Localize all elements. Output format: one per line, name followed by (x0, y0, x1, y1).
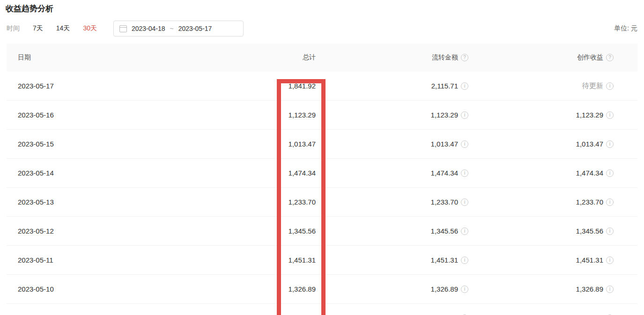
creation-value: 1,123.29 (576, 111, 603, 119)
table-row: 2023-05-15 1,013.47 1,013.47 i 1,013.47 … (7, 130, 637, 159)
table-row: 2023-05-14 1,474.34 1,474.34 i 1,474.34 … (7, 159, 637, 188)
cell-creation-income: 1,451.31 i (468, 256, 614, 264)
revenue-trend-panel: 收益趋势分析 时间 7天 14天 30天 2023-04-18 ~ 2023-0… (0, 4, 644, 315)
info-icon[interactable]: i (606, 198, 614, 206)
table-header-row: 日期 总计 流转金额 ? 创作收益 ? (7, 44, 637, 72)
help-icon[interactable]: ? (606, 54, 614, 61)
cell-date: 2023-05-13 (7, 198, 180, 206)
cell-date: 2023-05-17 (7, 82, 180, 90)
table-row: 2023-05-13 1,233.70 1,233.70 i 1,233.70 … (7, 188, 637, 217)
info-icon[interactable]: i (461, 169, 468, 177)
table-row: 2023-05-12 1,345.56 1,345.56 i 1,345.56 … (7, 217, 637, 246)
info-icon[interactable]: i (461, 140, 468, 148)
cell-creation-income: 1,474.34 i (468, 169, 614, 177)
info-icon[interactable]: i (606, 140, 614, 148)
cell-total: 1,451.31 (180, 256, 316, 264)
column-header-transfer-amount: 流转金额 ? (316, 53, 468, 62)
info-icon[interactable]: i (461, 256, 468, 264)
info-icon[interactable]: i (461, 227, 468, 235)
creation-value: 1,451.31 (576, 256, 603, 264)
start-date[interactable]: 2023-04-18 (132, 25, 165, 32)
info-icon[interactable]: i (606, 227, 614, 235)
transfer-value: 1,123.29 (431, 111, 458, 119)
time-option-7d[interactable]: 7天 (33, 24, 43, 33)
info-icon[interactable]: i (606, 286, 614, 293)
filter-bar: 时间 7天 14天 30天 2023-04-18 ~ 2023-05-17 单位… (7, 20, 637, 37)
cell-creation-income: 1,123.29 i (468, 111, 614, 119)
transfer-value: 2,115.71 (431, 82, 458, 90)
creation-value: 待更新 (582, 81, 603, 90)
info-icon[interactable]: i (461, 111, 468, 119)
table-row: 2023-05-09 1,666.71 1,666.71 i 1,666.71 … (7, 304, 637, 315)
creation-value: 1,345.56 (576, 227, 603, 235)
cell-transfer-amount: 1,345.56 i (316, 227, 468, 235)
cell-creation-income: 1,233.70 i (468, 198, 614, 206)
transfer-value: 1,451.31 (431, 256, 458, 264)
cell-total: 1,326.89 (180, 285, 316, 293)
cell-creation-income: 待更新 i (468, 81, 614, 90)
table-row: 2023-05-11 1,451.31 1,451.31 i 1,451.31 … (7, 246, 637, 275)
page-title: 收益趋势分析 (6, 4, 644, 14)
cell-total: 1,345.56 (180, 227, 316, 235)
info-icon[interactable]: i (461, 198, 468, 206)
cell-transfer-amount: 1,474.34 i (316, 169, 468, 177)
column-header-total: 总计 (180, 53, 316, 62)
cell-transfer-amount: 1,123.29 i (316, 111, 468, 119)
info-icon[interactable]: i (606, 82, 614, 90)
cell-transfer-amount: 1,013.47 i (316, 140, 468, 148)
transfer-value: 1,326.89 (431, 285, 458, 293)
calendar-icon (119, 25, 127, 32)
creation-value: 1,326.89 (576, 285, 603, 293)
end-date[interactable]: 2023-05-17 (178, 25, 212, 32)
table-row: 2023-05-17 1,841.92 2,115.71 i 待更新 i (7, 72, 637, 101)
time-option-30d[interactable]: 30天 (83, 24, 97, 33)
column-header-creation-label: 创作收益 (577, 53, 603, 62)
table-body: 2023-05-17 1,841.92 2,115.71 i 待更新 i 202… (7, 72, 637, 315)
cell-date: 2023-05-16 (7, 111, 180, 119)
table-row: 2023-05-16 1,123.29 1,123.29 i 1,123.29 … (7, 101, 637, 130)
cell-total: 1,123.29 (180, 111, 316, 119)
transfer-value: 1,013.47 (431, 140, 458, 148)
info-icon[interactable]: i (606, 256, 614, 264)
unit-label: 单位: 元 (614, 24, 637, 33)
transfer-value: 1,474.34 (431, 169, 458, 177)
cell-total: 1,841.92 (180, 82, 316, 90)
cell-date: 2023-05-11 (7, 256, 180, 264)
info-icon[interactable]: i (461, 286, 468, 293)
table-row: 2023-05-10 1,326.89 1,326.89 i 1,326.89 … (7, 275, 637, 304)
time-filter-label: 时间 (7, 24, 20, 33)
time-option-14d[interactable]: 14天 (56, 24, 70, 33)
cell-creation-income: 1,013.47 i (468, 140, 614, 148)
cell-transfer-amount: 1,326.89 i (316, 285, 468, 293)
cell-date: 2023-05-15 (7, 140, 180, 148)
cell-transfer-amount: 2,115.71 i (316, 82, 468, 90)
cell-creation-income: 1,326.89 i (468, 285, 614, 293)
help-icon[interactable]: ? (461, 54, 468, 61)
cell-total: 1,233.70 (180, 198, 316, 206)
info-icon[interactable]: i (606, 111, 614, 119)
transfer-value: 1,233.70 (431, 198, 458, 206)
creation-value: 1,013.47 (576, 140, 603, 148)
column-header-transfer-label: 流转金额 (432, 53, 458, 62)
cell-total: 1,013.47 (180, 140, 316, 148)
transfer-value: 1,345.56 (431, 227, 458, 235)
date-range-picker[interactable]: 2023-04-18 ~ 2023-05-17 (113, 21, 244, 37)
date-range-separator: ~ (170, 25, 174, 32)
cell-date: 2023-05-12 (7, 227, 180, 235)
column-header-creation-income: 创作收益 ? (468, 53, 614, 62)
revenue-table: 日期 总计 流转金额 ? 创作收益 ? 2023-05-17 1,841.92 … (7, 44, 637, 315)
cell-date: 2023-05-10 (7, 285, 180, 293)
cell-transfer-amount: 1,233.70 i (316, 198, 468, 206)
creation-value: 1,233.70 (576, 198, 603, 206)
cell-total: 1,474.34 (180, 169, 316, 177)
cell-creation-income: 1,345.56 i (468, 227, 614, 235)
column-header-date: 日期 (7, 53, 180, 62)
cell-transfer-amount: 1,451.31 i (316, 256, 468, 264)
info-icon[interactable]: i (461, 82, 468, 90)
cell-date: 2023-05-14 (7, 169, 180, 177)
creation-value: 1,474.34 (576, 169, 603, 177)
info-icon[interactable]: i (606, 169, 614, 177)
